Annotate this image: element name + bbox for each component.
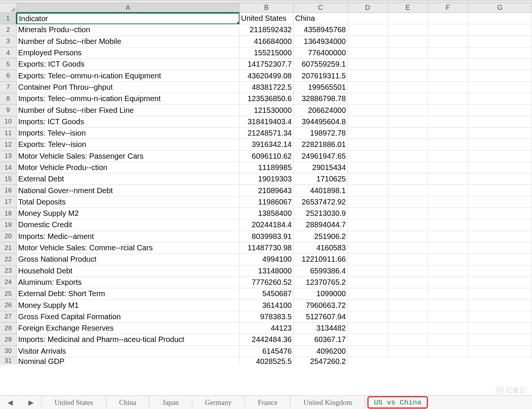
cell[interactable]: 7960663.72 <box>294 300 348 311</box>
row-header[interactable]: 11 <box>0 128 17 139</box>
col-header-D[interactable]: D <box>348 3 388 13</box>
cell[interactable]: Domestic Credit <box>17 219 240 231</box>
cell[interactable]: 24961947.65 <box>294 151 348 162</box>
cell[interactable] <box>388 219 428 231</box>
cell[interactable] <box>388 151 428 162</box>
cell[interactable]: 123536850.6 <box>240 93 294 105</box>
cell[interactable] <box>468 288 532 300</box>
cell[interactable] <box>388 242 428 254</box>
cell[interactable]: Imports: Medic--ament <box>17 231 240 242</box>
cell[interactable] <box>388 24 428 36</box>
cell[interactable] <box>348 254 388 265</box>
cell[interactable] <box>388 300 428 311</box>
sheet-tab[interactable]: China <box>106 396 149 409</box>
cell[interactable]: 22821886.01 <box>294 139 348 150</box>
cell[interactable] <box>428 242 468 254</box>
cell[interactable] <box>348 265 388 277</box>
cell[interactable] <box>468 59 532 70</box>
cell[interactable]: 3916342.14 <box>240 139 294 150</box>
cell[interactable] <box>468 219 532 231</box>
cell[interactable]: 28894044.7 <box>294 219 348 231</box>
cell[interactable] <box>428 346 468 357</box>
cell[interactable] <box>348 219 388 231</box>
select-all-corner[interactable] <box>0 3 17 13</box>
row-header[interactable]: 31 <box>0 357 17 365</box>
cell[interactable] <box>348 323 388 334</box>
col-header-E[interactable]: E <box>388 3 428 13</box>
sheet-tab[interactable]: Japan <box>149 396 192 409</box>
cell[interactable]: 29015434 <box>294 162 348 173</box>
cell[interactable]: 11189985 <box>240 162 294 173</box>
cell[interactable]: 21248571.34 <box>240 128 294 139</box>
cell[interactable] <box>348 82 388 93</box>
row-header[interactable]: 25 <box>0 288 17 300</box>
cell[interactable] <box>428 116 468 128</box>
cell[interactable] <box>348 288 388 300</box>
cell[interactable] <box>348 24 388 36</box>
cell[interactable]: 207619311.5 <box>294 70 348 81</box>
cell[interactable] <box>348 93 388 105</box>
cell[interactable] <box>428 139 468 150</box>
cell[interactable]: Motor Vehicle Sales: Comme--rcial Cars <box>17 242 240 254</box>
row-header[interactable]: 26 <box>0 300 17 311</box>
row-header[interactable]: 4 <box>0 47 17 59</box>
cell[interactable]: 44123 <box>240 323 294 334</box>
row-header[interactable]: 24 <box>0 277 17 288</box>
cell[interactable] <box>428 59 468 70</box>
cell[interactable] <box>388 173 428 185</box>
cell[interactable] <box>388 70 428 81</box>
cell[interactable]: 13148000 <box>240 265 294 277</box>
row-header[interactable]: 6 <box>0 70 17 81</box>
cell[interactable] <box>348 47 388 59</box>
cell[interactable]: 5450687 <box>240 288 294 300</box>
cell[interactable]: 318419403.4 <box>240 116 294 128</box>
cell[interactable] <box>348 13 388 24</box>
row-header[interactable]: 7 <box>0 82 17 93</box>
cell[interactable] <box>468 82 532 93</box>
cell[interactable]: 6096110.62 <box>240 151 294 162</box>
cell[interactable] <box>428 47 468 59</box>
cell[interactable]: Household Debt <box>17 265 240 277</box>
cell[interactable] <box>468 334 532 345</box>
sheet-tab[interactable]: United Kingdom <box>291 396 365 409</box>
cell[interactable] <box>348 173 388 185</box>
cell[interactable] <box>428 185 468 196</box>
cell[interactable]: External Debt: Short Term <box>17 288 240 300</box>
cell[interactable] <box>348 162 388 173</box>
cell[interactable]: 12370765.2 <box>294 277 348 288</box>
cell[interactable] <box>348 277 388 288</box>
cell[interactable] <box>388 162 428 173</box>
cell[interactable] <box>428 300 468 311</box>
cell[interactable]: 607559259.1 <box>294 59 348 70</box>
cell[interactable] <box>388 277 428 288</box>
cell[interactable] <box>428 231 468 242</box>
cell[interactable] <box>348 105 388 116</box>
cell[interactable]: China <box>294 13 348 24</box>
cell[interactable]: 43620499.08 <box>240 70 294 81</box>
cell[interactable] <box>428 36 468 47</box>
cell[interactable] <box>388 208 428 219</box>
row-header[interactable]: 1 <box>0 13 17 24</box>
cell[interactable] <box>428 162 468 173</box>
cell[interactable] <box>468 93 532 105</box>
cell[interactable] <box>428 70 468 81</box>
cell[interactable]: 32886798.78 <box>294 93 348 105</box>
cell[interactable] <box>388 265 428 277</box>
cell[interactable]: 26537472.92 <box>294 197 348 208</box>
cell[interactable] <box>428 288 468 300</box>
cell[interactable]: External Debt <box>17 173 240 185</box>
cell[interactable]: Imports: ICT Goods <box>17 116 240 128</box>
cell[interactable] <box>428 208 468 219</box>
cell[interactable]: Nominal GDP <box>17 357 240 365</box>
cell[interactable] <box>428 277 468 288</box>
cell[interactable]: 3134482 <box>294 323 348 334</box>
cell[interactable] <box>388 197 428 208</box>
cell[interactable]: 198972.78 <box>294 128 348 139</box>
cell[interactable] <box>388 139 428 150</box>
cell[interactable] <box>468 242 532 254</box>
cell[interactable] <box>388 254 428 265</box>
row-header[interactable]: 23 <box>0 265 17 277</box>
row-header[interactable]: 30 <box>0 346 17 357</box>
cell[interactable] <box>348 346 388 357</box>
cell[interactable] <box>468 265 532 277</box>
